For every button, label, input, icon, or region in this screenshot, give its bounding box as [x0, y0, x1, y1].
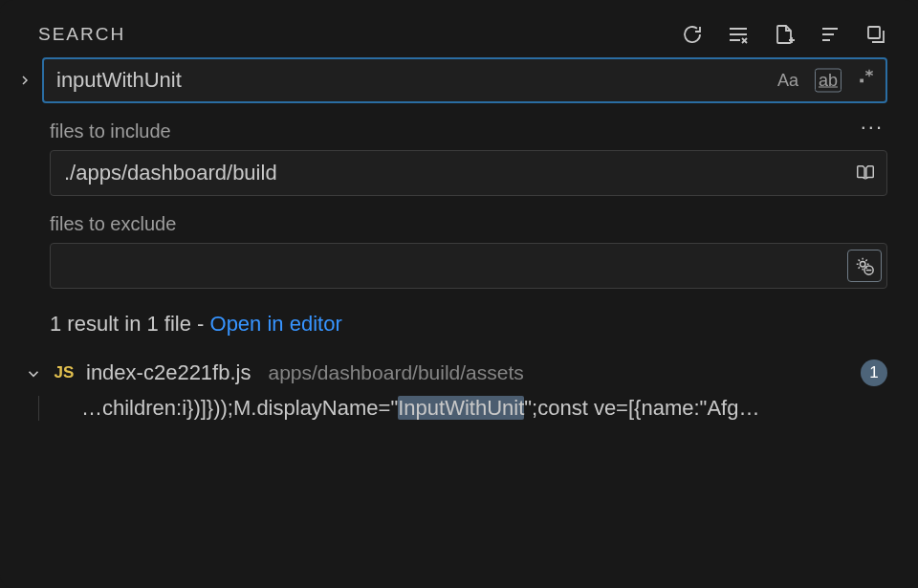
clear-results-icon[interactable]	[727, 23, 750, 46]
result-file-row[interactable]: JS index-c2e221fb.js apps/dashboard/buil…	[0, 356, 918, 390]
tree-indent-guide	[38, 396, 39, 421]
svg-point-12	[860, 261, 865, 267]
refresh-icon[interactable]	[681, 23, 704, 46]
result-match-row[interactable]: …children:i})]}));M.displayName="InputWi…	[0, 390, 918, 426]
match-pre: …children:i})]}));M.displayName="	[81, 396, 398, 420]
js-file-icon: JS	[52, 363, 76, 382]
files-to-exclude-label: files to exclude	[50, 213, 887, 235]
use-regex-toggle[interactable]	[855, 67, 878, 91]
match-post: ";const ve=[{name:"Afg…	[524, 396, 759, 420]
chevron-down-icon	[25, 364, 42, 381]
toggle-search-details-ellipsis-icon[interactable]: ···	[861, 115, 887, 140]
files-to-exclude-input[interactable]	[50, 243, 887, 289]
match-highlight: InputWithUnit	[398, 396, 524, 420]
result-file-name: index-c2e221fb.js	[86, 360, 251, 385]
search-only-open-editors-icon[interactable]	[849, 158, 882, 188]
search-panel-title: SEARCH	[38, 24, 125, 45]
result-count-badge: 1	[861, 359, 887, 386]
new-search-editor-icon[interactable]	[773, 23, 796, 46]
search-summary: 1 result in 1 file - Open in editor	[50, 312, 887, 337]
toggle-search-details-icon[interactable]	[15, 69, 34, 92]
search-summary-text: 1 result in 1 file -	[50, 312, 210, 336]
use-exclude-settings-icon[interactable]	[847, 250, 882, 282]
match-case-toggle[interactable]: Aa	[775, 70, 801, 92]
svg-rect-10	[868, 27, 880, 38]
search-header-actions	[681, 23, 887, 46]
files-to-include-input[interactable]	[50, 150, 887, 196]
result-file-path: apps/dashboard/build/assets	[268, 361, 851, 384]
result-match-text: …children:i})]}));M.displayName="InputWi…	[81, 396, 759, 421]
view-as-tree-icon[interactable]	[819, 23, 842, 46]
files-to-include-label: files to include	[50, 120, 171, 142]
collapse-all-icon[interactable]	[864, 23, 887, 46]
open-in-editor-link[interactable]: Open in editor	[210, 312, 342, 336]
match-whole-word-toggle[interactable]: ab	[815, 69, 842, 93]
svg-rect-11	[860, 79, 863, 83]
search-input[interactable]	[42, 57, 887, 103]
